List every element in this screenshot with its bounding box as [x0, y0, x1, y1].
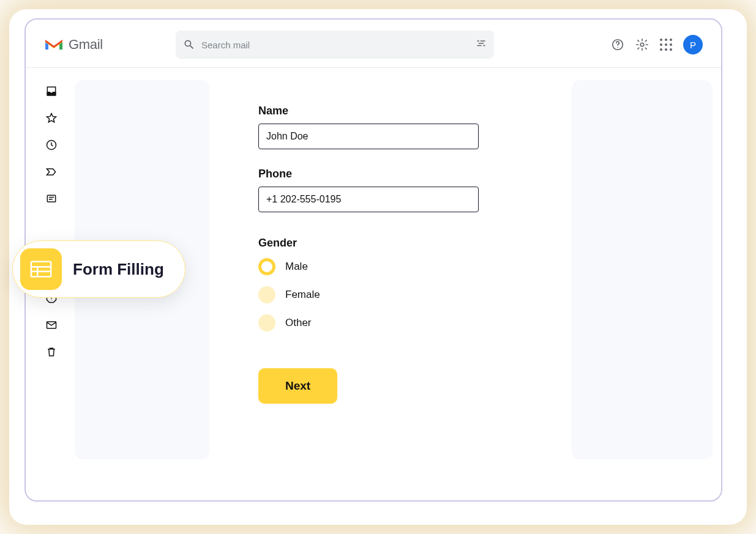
gender-label: Gender: [258, 237, 535, 250]
svg-rect-7: [31, 262, 51, 277]
badge-text: Form Filling: [73, 260, 164, 279]
name-label: Name: [258, 105, 535, 117]
radio-icon: [258, 286, 275, 303]
field-phone: Phone: [258, 168, 535, 212]
radio-option-other[interactable]: Other: [258, 314, 535, 332]
field-gender: Gender Male Female Other: [258, 237, 535, 332]
nav-important-icon[interactable]: [45, 166, 58, 178]
header-bar: Gmail P: [26, 20, 721, 68]
form-filling-badge: Form Filling: [12, 240, 185, 298]
form-filling-icon: [20, 248, 62, 290]
main-content: Name Phone Gender Male Female: [209, 80, 572, 500]
search-bar[interactable]: [176, 31, 494, 59]
next-button[interactable]: Next: [258, 368, 337, 404]
apps-grid-icon[interactable]: [660, 39, 672, 51]
phone-input[interactable]: [258, 187, 479, 212]
name-input[interactable]: [258, 124, 479, 149]
svg-rect-4: [47, 195, 55, 202]
profile-avatar[interactable]: P: [683, 35, 703, 54]
phone-label: Phone: [258, 168, 535, 180]
help-icon[interactable]: [611, 38, 624, 51]
search-icon: [183, 39, 195, 51]
header-actions: P: [611, 35, 703, 54]
nav-starred-icon[interactable]: [45, 112, 58, 124]
nav-snoozed-icon[interactable]: [45, 139, 58, 151]
radio-icon: [258, 258, 275, 275]
product-name: Gmail: [69, 37, 103, 53]
radio-label: Other: [285, 317, 312, 329]
svg-point-2: [640, 43, 644, 46]
radio-icon: [258, 314, 275, 332]
svg-point-5: [51, 300, 51, 300]
search-input[interactable]: [201, 40, 470, 50]
nav-trash-icon[interactable]: [45, 346, 58, 358]
radio-label: Male: [285, 261, 308, 273]
logo-group: Gmail: [44, 37, 176, 53]
svg-point-1: [617, 47, 618, 48]
radio-option-male[interactable]: Male: [258, 258, 535, 275]
nav-inbox-icon[interactable]: [45, 85, 58, 97]
field-name: Name: [258, 105, 535, 149]
radio-option-female[interactable]: Female: [258, 286, 535, 303]
radio-label: Female: [285, 289, 320, 301]
settings-gear-icon[interactable]: [635, 38, 649, 51]
search-options-icon[interactable]: [476, 39, 487, 50]
nav-chats-icon[interactable]: [45, 193, 58, 205]
nav-mail-icon[interactable]: [45, 319, 58, 331]
gmail-logo-icon: [44, 37, 64, 52]
right-panel: [572, 80, 713, 459]
